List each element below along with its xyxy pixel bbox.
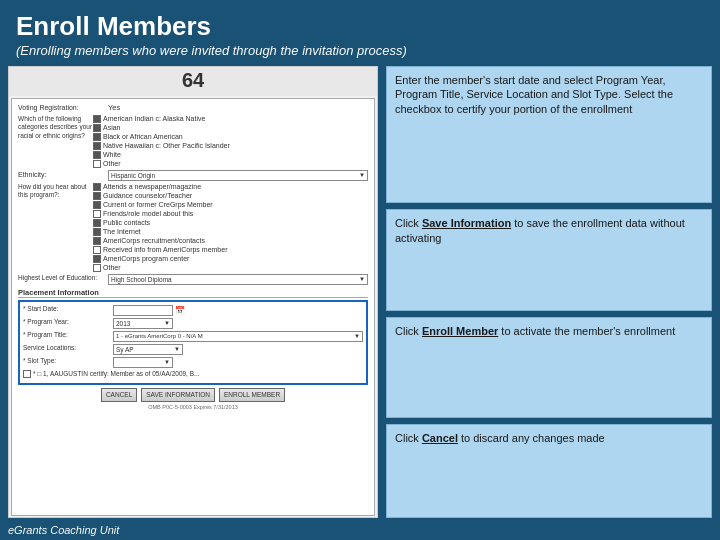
checkbox-h1	[93, 192, 101, 200]
how-hear-row: How did you hear about this program?: At…	[18, 183, 368, 272]
slot-type-row: * Slot Type: ▼	[23, 357, 363, 368]
omb-text: OMB P0C-5-0003 Expires 7/31/2013	[18, 404, 368, 410]
edu-label: Highest Level of Education:	[18, 274, 108, 282]
program-title-label: * Program Title:	[23, 331, 113, 339]
ethnicity-row: Ethnicity: Hispanic Origin ▼	[18, 170, 368, 181]
white-check: White	[93, 151, 368, 159]
cancel-link-text: Cancel	[422, 432, 458, 444]
placement-section: * Start Date: 📅 * Program Year:	[18, 300, 368, 385]
instruction-enroll-suffix: to activate the member's enrollment	[498, 325, 675, 337]
program-title-row: * Program Title: 1 - eGrants AmeriCorp 0…	[23, 331, 363, 342]
instruction-enroll: Click Enroll Member to activate the memb…	[386, 317, 712, 419]
checkbox-h4	[93, 219, 101, 227]
hear-item-9: Other	[93, 264, 368, 272]
instruction-cancel-suffix: to discard any changes made	[458, 432, 605, 444]
program-year-field: 2013 ▼	[113, 318, 363, 329]
certify-box[interactable]	[23, 370, 31, 378]
st-arrow-icon: ▼	[164, 359, 170, 365]
checkbox-hawaiian	[93, 142, 101, 150]
categories-field: American Indian c: Alaska Native Asian B…	[93, 115, 368, 168]
checkbox-h5	[93, 228, 101, 236]
placement-header: Placement Information	[18, 288, 368, 298]
checkbox-h7	[93, 246, 101, 254]
voting-value: Yes	[108, 103, 368, 112]
start-date-field: 📅	[113, 305, 363, 316]
instruction-enter-text: Enter the member's start date and select…	[395, 74, 673, 116]
slot-type-label: * Slot Type:	[23, 357, 113, 365]
form-screenshot: Voting Registration: Yes Which of the fo…	[11, 98, 375, 516]
hear-item-0: Attends a newspaper/magazine	[93, 183, 368, 191]
program-title-field: 1 - eGrants AmeriCorp 0 - N/A M ▼	[113, 331, 363, 342]
service-location-row: Service Locations: Sy AP ▼	[23, 344, 363, 355]
instruction-cancel: Click Cancel to discard any changes made	[386, 424, 712, 517]
voting-label: Voting Registration:	[18, 103, 108, 112]
ethnicity-select[interactable]: Hispanic Origin ▼	[108, 170, 368, 181]
sl-arrow-icon: ▼	[174, 346, 180, 352]
service-location-label: Service Locations:	[23, 344, 113, 352]
certify-checkbox: * □ 1, AAUGUSTIN certify: Member as of 0…	[23, 370, 200, 378]
edu-select[interactable]: High School Diploma ▼	[108, 274, 368, 285]
american-indian-check: American Indian c: Alaska Native	[93, 115, 368, 123]
hear-item-1: Guidance counselor/Teacher	[93, 192, 368, 200]
edu-field: High School Diploma ▼	[108, 274, 368, 285]
cancel-button[interactable]: CANCEL	[101, 388, 137, 402]
black-check: Black or African American	[93, 133, 368, 141]
slot-type-field: ▼	[113, 357, 363, 368]
checkbox-h6	[93, 237, 101, 245]
ethnicity-label: Ethnicity:	[18, 170, 108, 179]
footer-text: eGrants Coaching Unit	[8, 524, 119, 536]
checkbox-other	[93, 160, 101, 168]
checkbox-h3	[93, 210, 101, 218]
program-year-label: * Program Year:	[23, 318, 113, 326]
checkbox-h2	[93, 201, 101, 209]
hawaiian-check: Native Hawaiian c: Other Pacific Islande…	[93, 142, 368, 150]
instruction-cancel-prefix: Click	[395, 432, 422, 444]
hear-item-6: AmeriCorps recruitment/contacts	[93, 237, 368, 245]
how-hear-field: Attends a newspaper/magazine Guidance co…	[93, 183, 368, 272]
start-date-input[interactable]	[113, 305, 173, 316]
certify-row: * □ 1, AAUGUSTIN certify: Member as of 0…	[23, 370, 363, 378]
enroll-member-button[interactable]: ENROLL MEMBER	[219, 388, 285, 402]
voting-row: Voting Registration: Yes	[18, 103, 368, 112]
enroll-link-text: Enroll Member	[422, 325, 498, 337]
checkbox-black	[93, 133, 101, 141]
instruction-save-prefix: Click	[395, 217, 422, 229]
checkbox-h8	[93, 255, 101, 263]
asian-check: Asian	[93, 124, 368, 132]
hear-item-2: Current or former CreGrps Member	[93, 201, 368, 209]
service-location-select[interactable]: Sy AP ▼	[113, 344, 183, 355]
certify-text: * □ 1, AAUGUSTIN certify: Member as of 0…	[33, 370, 200, 377]
hear-item-8: AmeriCorps program center	[93, 255, 368, 263]
py-arrow-icon: ▼	[164, 320, 170, 326]
slot-type-select[interactable]: ▼	[113, 357, 173, 368]
checkbox-white	[93, 151, 101, 159]
start-date-row: * Start Date: 📅	[23, 305, 363, 316]
edu-select-arrow-icon: ▼	[359, 276, 365, 282]
checkbox-h0	[93, 183, 101, 191]
save-information-button[interactable]: SAVE INFORMATION	[141, 388, 215, 402]
categories-label: Which of the following categories descri…	[18, 115, 93, 140]
header: Enroll Members (Enrolling members who we…	[0, 0, 720, 62]
voting-field: Yes	[108, 103, 368, 112]
page-title: Enroll Members	[16, 12, 704, 41]
select-arrow-icon: ▼	[359, 172, 365, 178]
start-date-label: * Start Date:	[23, 305, 113, 313]
service-location-field: Sy AP ▼	[113, 344, 363, 355]
main-container: Enroll Members (Enrolling members who we…	[0, 0, 720, 540]
instruction-enter: Enter the member's start date and select…	[386, 66, 712, 203]
form-area: 64 Voting Registration: Yes Which of the…	[8, 66, 378, 518]
categories-row: Which of the following categories descri…	[18, 115, 368, 168]
content-area: 64 Voting Registration: Yes Which of the…	[0, 62, 720, 522]
how-hear-label: How did you hear about this program?:	[18, 183, 93, 200]
checkbox-h9	[93, 264, 101, 272]
instruction-save: Click Save Information to save the enrol…	[386, 209, 712, 311]
hear-item-5: The Internet	[93, 228, 368, 236]
checkbox-ai	[93, 115, 101, 123]
program-year-select[interactable]: 2013 ▼	[113, 318, 173, 329]
program-title-select[interactable]: 1 - eGrants AmeriCorp 0 - N/A M ▼	[113, 331, 363, 342]
checkbox-asian	[93, 124, 101, 132]
calendar-icon[interactable]: 📅	[175, 306, 185, 315]
save-link-text: Save Information	[422, 217, 511, 229]
hear-item-3: Friends/role model about this	[93, 210, 368, 218]
page-subtitle: (Enrolling members who were invited thro…	[16, 43, 704, 58]
